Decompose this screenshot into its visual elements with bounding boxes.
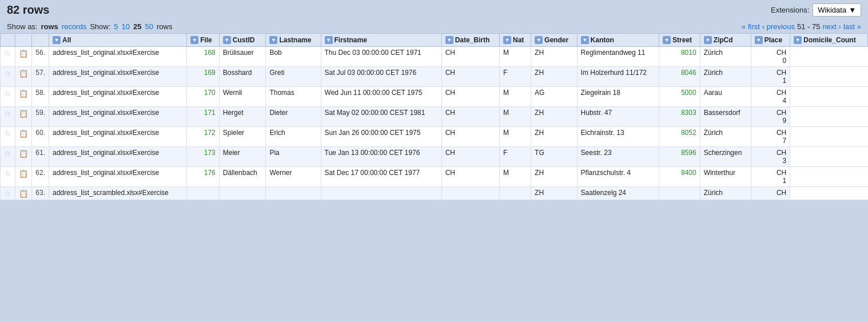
filter-custid-icon[interactable]: ▼ xyxy=(223,36,231,44)
clip-cell[interactable]: 📋 xyxy=(15,47,32,67)
filter-date-birth-icon[interactable]: ▼ xyxy=(445,36,453,44)
table-row: ☆📋60.address_list_original.xlsx#Exercise… xyxy=(1,127,868,147)
last-page-link[interactable]: last » xyxy=(843,22,861,31)
clip-cell[interactable]: 📋 xyxy=(15,147,32,167)
th-lastname[interactable]: ▼ Lastname xyxy=(266,34,321,47)
show-as-rows[interactable]: rows xyxy=(41,22,58,31)
domicile-cell: CH 4 xyxy=(751,87,790,107)
star-icon[interactable]: ☆ xyxy=(4,109,11,118)
th-firstname[interactable]: ▼ Firstname xyxy=(321,34,441,47)
th-domicile-count[interactable]: ▼ Domicile_Count xyxy=(790,34,868,47)
next-page-link[interactable]: next › xyxy=(822,22,841,31)
th-rownum xyxy=(32,34,49,47)
domicile-cell: CH 1 xyxy=(751,67,790,87)
show-as-records[interactable]: records xyxy=(62,22,86,31)
star-icon[interactable]: ☆ xyxy=(4,149,11,158)
clip-icon[interactable]: 📋 xyxy=(19,149,28,158)
table-row: ☆📋59.address_list_original.xlsx#Exercise… xyxy=(1,107,868,127)
gender-cell: M xyxy=(499,107,531,127)
domicile-cell: CH 9 xyxy=(751,107,790,127)
clip-icon[interactable]: 📋 xyxy=(19,129,28,138)
filter-nat-icon[interactable]: ▼ xyxy=(503,36,511,44)
row-number: 59. xyxy=(32,107,49,127)
show-50[interactable]: 50 xyxy=(145,22,153,31)
th-kanton[interactable]: ▼ Kanton xyxy=(577,34,659,47)
clip-icon[interactable]: 📋 xyxy=(19,109,28,118)
place-cell: Zürich xyxy=(700,47,751,67)
page-range: 51 - 75 xyxy=(797,22,820,31)
star-icon[interactable]: ☆ xyxy=(4,129,11,138)
street-cell: Saatlenzelg 24 xyxy=(577,187,659,200)
clip-icon[interactable]: 📋 xyxy=(19,49,28,58)
lastname-cell: Spieler xyxy=(219,127,266,147)
star-cell[interactable]: ☆ xyxy=(1,67,15,87)
th-all[interactable]: ▼ All xyxy=(49,34,187,47)
wikidata-button[interactable]: Wikidata ▼ xyxy=(813,3,861,17)
th-gender[interactable]: ▼ Gender xyxy=(531,34,577,47)
star-cell[interactable]: ☆ xyxy=(1,47,15,67)
clip-cell[interactable]: 📋 xyxy=(15,187,32,200)
filter-file-icon[interactable]: ▼ xyxy=(190,36,198,44)
place-cell: Scherzingen xyxy=(700,147,751,167)
star-cell[interactable]: ☆ xyxy=(1,147,15,167)
domicile-cell: CH 7 xyxy=(751,127,790,147)
star-cell[interactable]: ☆ xyxy=(1,167,15,187)
street-cell: Reglimentandweg 11 xyxy=(577,47,659,67)
gender-cell xyxy=(499,187,531,200)
zipcd-cell: 8052 xyxy=(659,127,700,147)
star-cell[interactable]: ☆ xyxy=(1,187,15,200)
nat-cell: CH xyxy=(441,127,499,147)
zipcd-cell xyxy=(659,187,700,200)
star-cell[interactable]: ☆ xyxy=(1,87,15,107)
custid-cell: 170 xyxy=(187,87,220,107)
filter-lastname-icon[interactable]: ▼ xyxy=(269,36,277,44)
clip-cell[interactable]: 📋 xyxy=(15,107,32,127)
clip-cell[interactable]: 📋 xyxy=(15,87,32,107)
filter-gender-icon[interactable]: ▼ xyxy=(535,36,543,44)
filter-street-icon[interactable]: ▼ xyxy=(663,36,671,44)
th-zipcd[interactable]: ▼ ZipCd xyxy=(700,34,751,47)
date-birth-cell: Sun Jan 26 00:00:00 CET 1975 xyxy=(321,127,441,147)
lastname-cell xyxy=(219,187,266,200)
show-25[interactable]: 25 xyxy=(133,22,141,31)
filter-domicile-icon[interactable]: ▼ xyxy=(794,36,802,44)
custid-cell: 176 xyxy=(187,167,220,187)
clip-icon[interactable]: 📋 xyxy=(19,69,28,78)
extensions-label: Extensions: xyxy=(771,6,809,14)
clip-cell[interactable]: 📋 xyxy=(15,67,32,87)
filter-kanton-icon[interactable]: ▼ xyxy=(581,36,589,44)
filter-all-icon[interactable]: ▼ xyxy=(53,36,61,44)
star-icon[interactable]: ☆ xyxy=(4,69,11,78)
clip-icon[interactable]: 📋 xyxy=(19,169,28,178)
th-file[interactable]: ▼ File xyxy=(187,34,220,47)
filter-place-icon[interactable]: ▼ xyxy=(755,36,763,44)
filter-firstname-icon[interactable]: ▼ xyxy=(325,36,333,44)
first-page-link[interactable]: « first xyxy=(742,22,760,31)
row-number: 60. xyxy=(32,127,49,147)
clip-icon[interactable]: 📋 xyxy=(19,189,28,198)
th-place[interactable]: ▼ Place xyxy=(751,34,790,47)
star-icon[interactable]: ☆ xyxy=(4,169,11,178)
clip-cell[interactable]: 📋 xyxy=(15,127,32,147)
star-icon[interactable]: ☆ xyxy=(4,89,11,98)
th-date-birth[interactable]: ▼ Date_Birth xyxy=(441,34,499,47)
star-cell[interactable]: ☆ xyxy=(1,107,15,127)
zipcd-cell: 5000 xyxy=(659,87,700,107)
rows-suffix: rows xyxy=(157,22,172,31)
previous-page-link[interactable]: ‹ previous xyxy=(762,22,795,31)
th-street[interactable]: ▼ Street xyxy=(659,34,700,47)
clip-cell[interactable]: 📋 xyxy=(15,167,32,187)
star-icon[interactable]: ☆ xyxy=(4,49,11,58)
filter-zipcd-icon[interactable]: ▼ xyxy=(704,36,712,44)
th-custid[interactable]: ▼ CustID xyxy=(219,34,266,47)
star-icon[interactable]: ☆ xyxy=(4,189,11,198)
date-birth-cell: Wed Jun 11 00:00:00 CET 1975 xyxy=(321,87,441,107)
table-row: ☆📋63.address_list_scrambled.xlsx#Exercis… xyxy=(1,187,868,200)
zipcd-cell: 8303 xyxy=(659,107,700,127)
clip-icon[interactable]: 📋 xyxy=(19,89,28,98)
show-10[interactable]: 10 xyxy=(122,22,130,31)
star-cell[interactable]: ☆ xyxy=(1,127,15,147)
show-5[interactable]: 5 xyxy=(114,22,118,31)
th-nat[interactable]: ▼ Nat xyxy=(499,34,531,47)
domicile-cell: CH 3 xyxy=(751,147,790,167)
